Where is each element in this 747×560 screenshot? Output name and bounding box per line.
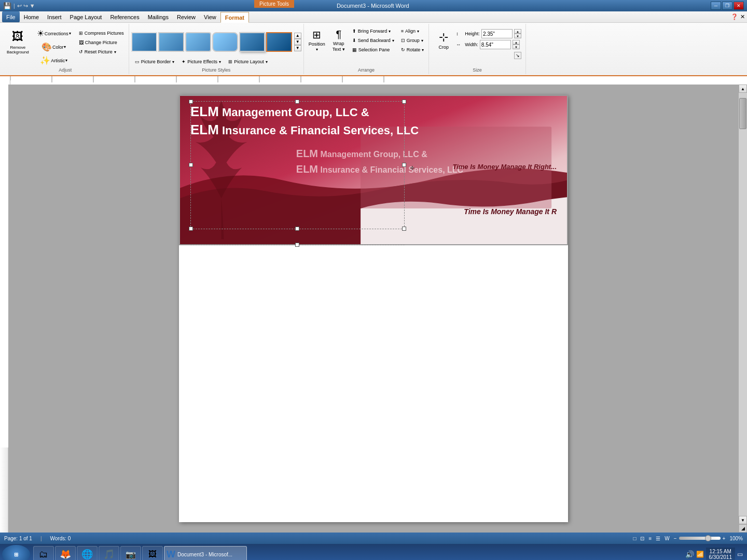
restore-button[interactable]: ❐ xyxy=(722,2,732,10)
picture-styles-label: Picture Styles xyxy=(131,67,301,73)
vruler-marks xyxy=(0,85,8,447)
menu-home[interactable]: Home xyxy=(20,11,43,22)
group-button[interactable]: ⊡ Group ▾ xyxy=(398,36,427,45)
zoom-out-icon[interactable]: − xyxy=(674,536,677,541)
taskbar-explorer[interactable]: 🗂 xyxy=(33,546,54,560)
picture-style-2[interactable] xyxy=(158,32,184,52)
minimize-button[interactable]: ─ xyxy=(711,2,721,10)
size-expand-button[interactable]: ↘ xyxy=(514,52,521,59)
menu-bar: File Home Insert Page Layout References … xyxy=(0,11,747,23)
reset-picture-button[interactable]: ↺ Reset Picture ▾ xyxy=(76,48,127,56)
close-ribbon-icon[interactable]: ✕ xyxy=(740,13,745,20)
zoom-in-icon[interactable]: + xyxy=(723,536,726,541)
menu-file[interactable]: File xyxy=(2,11,20,22)
style-scroll-up[interactable]: ▲ xyxy=(294,33,301,39)
taskbar-photoshop[interactable]: 🖼 xyxy=(142,546,163,560)
height-row: ↕ Height: 2.35" ▲ ▼ xyxy=(456,29,521,38)
selection-pane-button[interactable]: ▦ Selection Pane xyxy=(350,46,397,54)
picture-style-options: ▭ Picture Border ▾ ✦ Picture Effects ▾ ⊞… xyxy=(131,57,301,67)
picture-layout-button[interactable]: ⊞ Picture Layout ▾ xyxy=(226,58,270,66)
menu-mailings[interactable]: Mailings xyxy=(144,11,173,22)
position-button[interactable]: ⊞ Position ▾ xyxy=(306,27,328,53)
crop-icon: ⊹ xyxy=(439,31,448,44)
speaker-icon[interactable]: 🔊 xyxy=(685,550,694,558)
ribbon-content: 🖼 RemoveBackground ☀ Corrections ▾ 🎨 Col… xyxy=(0,23,747,75)
firefox-icon: 🦊 xyxy=(60,549,71,560)
width-input[interactable]: 8.54" xyxy=(480,40,511,49)
taskbar-chrome[interactable]: 🌐 xyxy=(77,546,98,560)
picture-tools-label: Picture Tools xyxy=(254,0,294,8)
view-print-icon[interactable]: □ xyxy=(633,536,636,541)
menu-view[interactable]: View xyxy=(200,11,220,22)
start-button[interactable]: ⊞ xyxy=(2,545,30,560)
scrollbar-thumb[interactable] xyxy=(739,98,746,129)
size-group-label: Size xyxy=(433,67,521,73)
close-button[interactable]: ✕ xyxy=(734,2,744,10)
view-draft-icon[interactable]: ≡ xyxy=(648,536,652,541)
width-up[interactable]: ▲ xyxy=(513,40,520,45)
line1-rest: Management Group, LLC & xyxy=(219,106,369,119)
taskbar-right: 🔊 📶 12:15 AM 6/30/2011 ▭ xyxy=(685,548,745,560)
word-page: ELM Management Group, LLC & ELM Insuranc… xyxy=(179,95,568,522)
ghost-rest-1: Management Group, LLC & xyxy=(318,150,427,159)
explorer-icon: 🗂 xyxy=(39,549,48,560)
picture-style-6[interactable] xyxy=(266,32,292,52)
window-controls: ─ ❐ ✕ xyxy=(711,2,744,10)
menu-format[interactable]: Format xyxy=(220,12,249,23)
taskbar-itunes[interactable]: 🎵 xyxy=(99,546,119,560)
zoom-slider-container: − + xyxy=(674,536,726,541)
arrange-col: ⬆ Bring Forward ▾ ⬇ Send Backward ▾ ▦ Se… xyxy=(350,27,397,54)
image-container[interactable]: ELM Management Group, LLC & ELM Insuranc… xyxy=(179,95,568,245)
taskbar-word[interactable]: W Document3 - Microsof... xyxy=(164,546,247,560)
chrome-icon: 🌐 xyxy=(81,549,93,560)
help-icon[interactable]: ❓ xyxy=(731,13,738,20)
zoom-slider[interactable] xyxy=(679,537,721,540)
height-down[interactable]: ▼ xyxy=(514,34,521,38)
arrange-group: ⊞ Position ▾ ¶ Wrap Text ▾ ⬆ Bring Forwa… xyxy=(304,24,430,74)
crop-button[interactable]: ⊹ Crop xyxy=(433,29,454,51)
align-button[interactable]: ≡ Align ▾ xyxy=(398,27,427,35)
network-icon[interactable]: 📶 xyxy=(696,551,704,558)
bring-forward-button[interactable]: ⬆ Bring Forward ▾ xyxy=(350,27,397,35)
menu-references[interactable]: References xyxy=(106,11,143,22)
change-picture-button[interactable]: 🖼 Change Picture xyxy=(76,38,127,47)
letterhead-line1: ELM Management Group, LLC & xyxy=(190,104,369,120)
scroll-up-button[interactable]: ▲ xyxy=(739,85,747,93)
artistic-effects-button[interactable]: ✨ Artistic ▾ xyxy=(33,54,75,67)
taskbar-bridge[interactable]: 📷 xyxy=(120,546,141,560)
view-web-icon[interactable]: W xyxy=(665,536,669,541)
picture-effects-button[interactable]: ✦ Picture Effects ▾ xyxy=(179,58,224,66)
view-fullscreen-icon[interactable]: ⊡ xyxy=(640,536,644,541)
taskbar-firefox[interactable]: 🦊 xyxy=(55,546,76,560)
picture-border-button[interactable]: ▭ Picture Border ▾ xyxy=(132,58,177,66)
remove-background-button[interactable]: 🖼 RemoveBackground xyxy=(4,27,32,57)
scroll-down-button[interactable]: ▼ xyxy=(739,516,747,524)
picture-style-5[interactable] xyxy=(239,32,265,52)
picture-style-3[interactable] xyxy=(185,32,211,52)
page-canvas[interactable]: ELM Management Group, LLC & ELM Insuranc… xyxy=(8,85,739,533)
bridge-icon: 📷 xyxy=(126,550,136,559)
send-backward-button[interactable]: ⬇ Send Backward ▾ xyxy=(350,36,397,45)
color-button[interactable]: 🎨 Color ▾ xyxy=(33,40,75,53)
height-up[interactable]: ▲ xyxy=(514,29,521,34)
rotate-button[interactable]: ↻ Rotate ▾ xyxy=(398,46,427,54)
corrections-button[interactable]: ☀ Corrections ▾ xyxy=(33,27,75,40)
music-icon: 🎵 xyxy=(103,549,115,560)
compress-pictures-button[interactable]: ⊞ Compress Pictures xyxy=(76,29,127,37)
view-outline-icon[interactable]: ☰ xyxy=(656,536,660,541)
picture-style-1[interactable] xyxy=(131,32,157,52)
style-scroll-down[interactable]: ▼ xyxy=(294,39,301,45)
style-scroll-buttons: ▲ ▼ ▼ xyxy=(294,33,301,51)
wrap-text-button[interactable]: ¶ Wrap Text ▾ xyxy=(329,27,348,53)
picture-style-4[interactable] xyxy=(212,32,238,52)
width-down[interactable]: ▼ xyxy=(513,45,520,49)
menu-insert[interactable]: Insert xyxy=(43,11,66,22)
style-scroll-more[interactable]: ▼ xyxy=(294,45,301,51)
menu-page-layout[interactable]: Page Layout xyxy=(66,11,106,22)
show-desktop-icon[interactable]: ▭ xyxy=(737,551,743,558)
height-input[interactable]: 2.35" xyxy=(481,29,513,38)
menu-review[interactable]: Review xyxy=(173,11,200,22)
ribbon: 🖼 RemoveBackground ☀ Corrections ▾ 🎨 Col… xyxy=(0,23,747,76)
scrollbar-track[interactable] xyxy=(739,93,747,516)
artistic-icon: ✨ xyxy=(40,55,50,65)
